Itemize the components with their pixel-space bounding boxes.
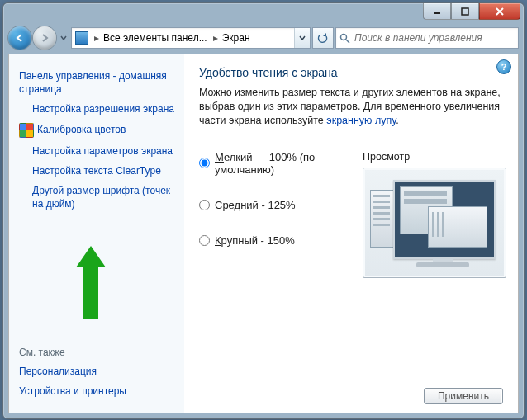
shield-icon: [19, 123, 34, 138]
back-button[interactable]: [8, 26, 31, 50]
forward-button[interactable]: [33, 26, 56, 50]
address-bar[interactable]: ▸ Все элементы панел ▸ Экран: [71, 27, 311, 49]
navbar: ▸ Все элементы панел ▸ Экран: [8, 24, 519, 52]
help-icon[interactable]: ?: [496, 59, 511, 74]
option-medium-label: Средний - 125%: [215, 199, 296, 211]
window-frame: ▸ Все элементы панел ▸ Экран Панель упра…: [2, 2, 525, 419]
breadcrumb-seg-2[interactable]: Экран: [221, 32, 254, 44]
control-panel-icon: [75, 31, 88, 45]
chevron-right-icon: ▸: [92, 32, 102, 44]
svg-line-3: [346, 40, 349, 43]
close-button[interactable]: [479, 3, 520, 20]
sidebar-item-cleartype[interactable]: Настройка текста ClearType: [32, 164, 179, 177]
sidebar-item-custom-dpi[interactable]: Другой размер шрифта (точек на дюйм): [32, 184, 179, 210]
search-bar[interactable]: [335, 27, 519, 49]
magnifier-link[interactable]: экранную лупу: [326, 115, 396, 126]
apply-button[interactable]: Применить: [424, 388, 503, 404]
maximize-button[interactable]: [451, 3, 479, 20]
see-also-label: См. также: [19, 347, 179, 358]
option-small-label: Мелкий — 100% (по умолчанию): [215, 151, 351, 176]
page-description: Можно изменить размер текста и других эл…: [199, 86, 506, 128]
chevron-right-icon: ▸: [211, 32, 221, 44]
svg-rect-1: [462, 8, 468, 15]
address-dropdown[interactable]: [294, 28, 310, 48]
refresh-button[interactable]: [312, 27, 334, 49]
minimize-button[interactable]: [423, 3, 451, 20]
option-small[interactable]: Мелкий — 100% (по умолчанию): [199, 151, 351, 176]
svg-point-2: [340, 34, 346, 40]
sidebar-also-personalization[interactable]: Персонализация: [19, 365, 179, 378]
radio-medium[interactable]: [199, 200, 210, 210]
breadcrumb-seg-1[interactable]: Все элементы панел: [102, 32, 211, 44]
option-medium[interactable]: Средний - 125%: [199, 199, 351, 211]
desc-text-end: .: [396, 115, 398, 126]
sidebar-home-link[interactable]: Панель управления - домашняя страница: [19, 69, 179, 96]
main-panel: ? Удобство чтения с экрана Можно изменит…: [184, 54, 518, 413]
nav-history-dropdown[interactable]: [58, 29, 69, 47]
search-input[interactable]: [353, 32, 518, 44]
page-title: Удобство чтения с экрана: [199, 66, 506, 79]
option-large-label: Крупный - 150%: [215, 234, 295, 247]
radio-small[interactable]: [199, 158, 210, 168]
sidebar-item-resolution[interactable]: Настройка разрешения экрана: [32, 102, 179, 116]
radio-large[interactable]: [199, 235, 210, 246]
preview-thumbnail: [363, 168, 506, 278]
sidebar-also-devices[interactable]: Устройства и принтеры: [19, 385, 179, 398]
search-icon: [336, 33, 353, 44]
sidebar-item-display-settings[interactable]: Настройка параметров экрана: [32, 144, 179, 158]
option-large[interactable]: Крупный - 150%: [199, 234, 351, 247]
preview-label: Просмотр: [363, 151, 506, 163]
sidebar: Панель управления - домашняя страница На…: [9, 54, 184, 413]
client-area: Панель управления - домашняя страница На…: [8, 54, 519, 413]
sidebar-item-calibration[interactable]: Калибровка цветов: [37, 123, 126, 136]
titlebar: [3, 3, 524, 24]
